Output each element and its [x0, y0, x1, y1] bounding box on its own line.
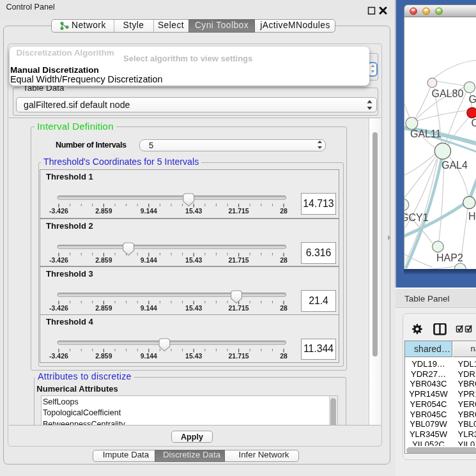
- svg-text:-3.426: -3.426: [49, 207, 68, 215]
- svg-text:21.715: 21.715: [229, 256, 249, 264]
- svg-text:H: H: [468, 211, 476, 222]
- svg-text:2.859: 2.859: [95, 256, 112, 264]
- svg-text:GAL4: GAL4: [441, 160, 468, 171]
- svg-text:2.859: 2.859: [95, 207, 112, 215]
- svg-text:15.43: 15.43: [185, 256, 202, 264]
- svg-text:GAL11: GAL11: [410, 128, 441, 139]
- svg-text:9.144: 9.144: [141, 304, 157, 312]
- svg-text:21.715: 21.715: [229, 352, 249, 360]
- svg-text:GA: GA: [468, 94, 476, 105]
- svg-text:15.43: 15.43: [185, 304, 202, 312]
- svg-text:HAP2: HAP2: [436, 252, 463, 263]
- svg-text:28: 28: [280, 256, 288, 264]
- svg-text:28: 28: [280, 352, 288, 360]
- svg-text:15.43: 15.43: [185, 352, 202, 360]
- svg-text:-3.426: -3.426: [49, 352, 68, 360]
- svg-text:9.144: 9.144: [141, 207, 157, 215]
- svg-text:9.144: 9.144: [141, 256, 157, 264]
- svg-text:28: 28: [280, 304, 288, 312]
- svg-text:15.43: 15.43: [185, 207, 202, 215]
- svg-text:28: 28: [280, 207, 288, 215]
- svg-text:C: C: [471, 118, 476, 128]
- svg-text:9.144: 9.144: [141, 352, 157, 360]
- svg-text:-3.426: -3.426: [49, 304, 68, 312]
- svg-text:21.715: 21.715: [229, 304, 249, 312]
- svg-text:-3.426: -3.426: [49, 256, 68, 264]
- svg-text:2.859: 2.859: [95, 304, 112, 312]
- svg-text:2.859: 2.859: [95, 352, 112, 360]
- svg-text:GAL80: GAL80: [431, 88, 463, 99]
- svg-text:21.715: 21.715: [229, 207, 249, 215]
- svg-text:GCY1: GCY1: [404, 212, 429, 223]
